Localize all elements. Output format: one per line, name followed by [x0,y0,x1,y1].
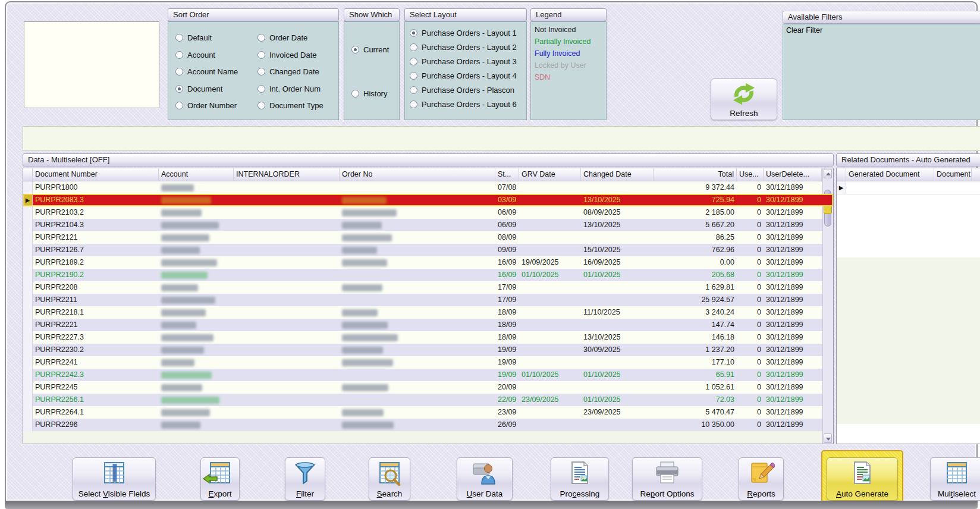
column-header[interactable]: Use... [737,168,764,181]
multiselect-button[interactable]: Multiselect [930,457,980,501]
clear-filter-item[interactable]: Clear Filter [786,26,822,34]
sort-option-document[interactable]: Document [175,84,222,93]
radio-icon[interactable] [410,72,417,80]
table-row[interactable]: PURPR2264.123/0923/09/20255 470.47030/12… [23,406,833,419]
use-cell: 0 [737,194,764,206]
select-visible-fields-button[interactable]: Select Visible Fields [73,457,156,501]
table-row[interactable]: ▶PURPR2083.303/0913/10/2025725.94030/12/… [23,194,833,206]
search-button[interactable]: Search [369,457,410,501]
del-cell: 30/12/1899 [764,281,822,294]
st-cell: 20/09 [495,381,519,394]
table-row[interactable]: PURPR220817/091 629.81030/12/1899 [23,281,833,294]
column-header[interactable]: Document Type [934,168,972,181]
scroll-up-arrow[interactable] [824,169,832,178]
table-row[interactable]: PURPR2218.118/0911/10/20253 240.24030/12… [23,306,833,319]
table-row[interactable]: PURPR2256.122/0923/09/202501/10/202572.0… [23,394,833,406]
column-header[interactable] [23,168,33,181]
radio-icon[interactable] [410,29,417,37]
radio-icon[interactable] [257,102,265,109]
export-button[interactable]: Export [200,457,240,501]
filter-button[interactable]: Filter [285,457,325,501]
radio-icon[interactable] [175,51,183,59]
table-row[interactable]: PURPR2189.216/0919/09/202516/09/20250.00… [23,256,833,269]
show-which-option-history[interactable]: History [351,89,387,98]
sort-option-account[interactable]: Account [175,50,215,59]
radio-icon[interactable] [257,51,265,59]
table-row[interactable]: PURPR2230.219/0930/09/20251 237.20030/12… [23,344,833,356]
internal-order-cell [234,294,340,306]
table-row[interactable]: PURPR229626/0910 350.00030/12/1899 [23,419,833,431]
table-row[interactable]: PURPR2104.306/0913/10/20255 667.20030/12… [23,219,833,231]
column-header[interactable]: Document Number [33,168,159,181]
radio-icon[interactable] [175,34,183,42]
column-header[interactable] [837,168,846,181]
table-row[interactable]: PURPR224520/091 052.61030/12/1899 [23,381,833,394]
sort-option-order-number[interactable]: Order Number [175,100,237,110]
column-header[interactable]: Order No [340,168,495,181]
table-row[interactable]: PURPR2242.319/0901/10/202501/10/202565.9… [23,369,833,381]
table-row[interactable]: PURPR224119/09177.10030/12/1899 [23,356,833,369]
reports-button[interactable]: Reports [739,457,784,501]
column-header[interactable]: UserDelete... [764,168,822,181]
order-no-cell [340,381,495,394]
processing-button[interactable]: Processing [551,457,609,501]
column-header[interactable]: GRV Date [519,168,581,181]
show-which-option-current[interactable]: Current [351,45,389,54]
sort-option-int-order-num[interactable]: Int. Order Num [257,84,321,93]
table-row[interactable]: PURPR222118/09147.74030/12/1899 [23,319,833,331]
column-header[interactable]: Account [159,168,234,181]
sort-option-default[interactable]: Default [175,33,212,42]
st-cell: 08/09 [495,231,519,244]
refresh-button[interactable]: Refresh [711,78,777,120]
radio-icon[interactable] [175,68,183,76]
doc-cell: PURPR2245 [33,381,159,394]
radio-icon[interactable] [257,34,265,42]
layout-option-purchase-orders-layout-3[interactable]: Purchase Orders - Layout 3 [410,56,517,66]
radio-icon[interactable] [351,90,359,98]
auto-generate-button[interactable]: Auto Generate [827,457,898,501]
column-header[interactable]: INTERNALORDER [234,168,340,181]
layout-option-purchase-orders-layout-1[interactable]: Purchase Orders - Layout 1 [410,28,517,37]
scroll-down-arrow[interactable] [824,433,832,443]
table-row[interactable]: PURPR2227.318/0913/10/2025146.18030/12/1… [23,331,833,344]
sort-option-account-name[interactable]: Account Name [175,67,238,76]
column-header[interactable]: St... [495,168,519,181]
sort-option-changed-date[interactable]: Changed Date [257,67,319,76]
table-row[interactable]: PURPR221117/0925 924.57030/12/1899 [23,294,833,306]
layout-option-purchase-orders-layout-6[interactable]: Purchase Orders - Layout 6 [410,99,517,109]
row-marker [23,231,33,244]
table-row[interactable]: PURPR2190.216/0901/10/202501/10/2025205.… [23,269,833,281]
layout-option-purchase-orders-plascon[interactable]: Purchase Orders - Plascon [410,85,514,95]
order-no-cell [340,206,495,219]
table-row[interactable]: PURPR180007/089 372.44030/12/1899 [23,181,833,194]
sort-option-invoiced-date[interactable]: Invoiced Date [257,50,317,59]
user-data-button[interactable]: User Data [457,457,513,501]
sort-option-document-type[interactable]: Document Type [257,100,323,110]
table-row[interactable]: PURPR2103.206/0908/09/20252 185.00030/12… [23,206,833,219]
column-header[interactable]: Total [654,168,737,181]
grv-cell [519,381,581,394]
radio-icon[interactable] [410,86,417,94]
radio-icon[interactable] [410,58,417,65]
vertical-scrollbar[interactable] [822,168,833,444]
sort-option-order-date[interactable]: Order Date [257,33,307,42]
related-table-row[interactable]: ▶ [837,181,980,194]
column-header[interactable]: Changed Date [581,168,654,181]
radio-icon[interactable] [175,85,183,93]
show-which-group: CurrentHistory [344,21,400,120]
layout-option-purchase-orders-layout-4[interactable]: Purchase Orders - Layout 4 [410,71,517,80]
radio-icon[interactable] [410,43,417,51]
radio-icon[interactable] [410,100,417,108]
table-row[interactable]: PURPR212108/0986.25030/12/1899 [23,231,833,244]
radio-icon[interactable] [175,102,183,109]
table-row[interactable]: PURPR2126.709/0915/10/2025762.96030/12/1… [23,244,833,256]
use-cell: 0 [737,319,764,331]
radio-icon[interactable] [257,68,265,76]
layout-option-purchase-orders-layout-2[interactable]: Purchase Orders - Layout 2 [410,42,517,52]
report-options-button[interactable]: Report Options [632,457,702,501]
radio-icon[interactable] [257,85,265,93]
account-cell-redacted [159,394,234,406]
column-header[interactable]: Generated Document [846,168,934,181]
related-empty-area [837,257,980,424]
radio-icon[interactable] [351,46,359,54]
